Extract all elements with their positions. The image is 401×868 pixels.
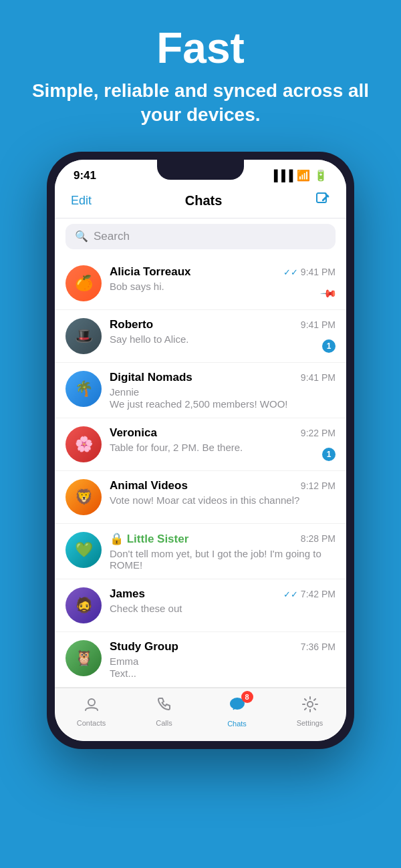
chat-header-sister: 🔒 Little Sister 8:28 PM — [110, 532, 336, 546]
chat-name-study: Study Group — [110, 640, 178, 654]
chat-content-animal: Animal Videos 9:12 PM Vote now! Moar cat… — [110, 479, 336, 506]
chat-name-roberto: Roberto — [110, 318, 153, 331]
contacts-icon — [83, 696, 100, 717]
avatar-roberto: 🎩 — [65, 318, 102, 354]
chat-name-james: James — [110, 587, 145, 601]
chat-content-digital: Digital Nomads 9:41 PM Jennie We just re… — [110, 371, 336, 410]
chat-header-veronica: Veronica 9:22 PM — [110, 426, 336, 440]
avatar-alicia: 🍊 — [65, 265, 102, 301]
chat-item-study[interactable]: 🦉 Study Group 7:36 PM Emma Text... — [55, 632, 346, 688]
chat-header-animal: Animal Videos 9:12 PM — [110, 479, 336, 492]
status-bar: 9:41 ▐▐▐ 📶 🔋 — [55, 160, 346, 186]
phone-frame: 9:41 ▐▐▐ 📶 🔋 Edit Chats — [47, 152, 354, 749]
tab-bar: Contacts Calls — [55, 688, 346, 741]
settings-label: Settings — [297, 719, 323, 727]
chat-item-alicia[interactable]: 🍊 Alicia Torreaux 9:41 PM Bob says hi. 📌 — [55, 257, 346, 310]
chat-preview-james: Check these out — [110, 603, 336, 614]
phone-inner: 9:41 ▐▐▐ 📶 🔋 Edit Chats — [55, 160, 346, 741]
chat-content-james: James 7:42 PM Check these out — [110, 587, 336, 614]
wifi-icon: 📶 — [297, 169, 310, 182]
chat-name-digital: Digital Nomads — [110, 371, 192, 384]
chat-header-james: James 7:42 PM — [110, 587, 336, 601]
chat-preview-veronica: Table for four, 2 PM. Be there. — [110, 442, 336, 453]
chat-header-roberto: Roberto 9:41 PM — [110, 318, 336, 331]
svg-point-1 — [88, 699, 95, 706]
chat-time-alicia: 9:41 PM — [283, 267, 336, 277]
avatar-study: 🦉 — [65, 640, 102, 676]
chat-content-veronica: Veronica 9:22 PM Table for four, 2 PM. B… — [110, 426, 336, 453]
search-placeholder: Search — [94, 230, 130, 243]
chats-badge: 8 — [241, 691, 253, 703]
promo-subtitle: Simple, reliable and synced across all y… — [20, 79, 381, 128]
settings-icon — [301, 696, 319, 717]
phone-container: 9:41 ▐▐▐ 📶 🔋 Edit Chats — [0, 141, 401, 749]
status-time: 9:41 — [74, 169, 96, 182]
chat-sender-digital: Jennie — [110, 386, 336, 398]
notch — [157, 160, 244, 180]
chat-time-veronica: 9:22 PM — [301, 428, 336, 438]
contacts-label: Contacts — [77, 719, 106, 727]
search-container: 🔍 Search — [55, 219, 346, 257]
search-icon: 🔍 — [75, 230, 88, 243]
tab-calls[interactable]: Calls — [128, 696, 200, 727]
tab-chats[interactable]: 8 Chats — [200, 695, 273, 728]
chat-content-study: Study Group 7:36 PM Emma Text... — [110, 640, 336, 679]
svg-point-3 — [307, 702, 313, 707]
chat-item-digital[interactable]: 🌴 Digital Nomads 9:41 PM Jennie We just … — [55, 363, 346, 418]
chat-time-james: 7:42 PM — [283, 589, 336, 599]
nav-title: Chats — [185, 193, 223, 208]
compose-button[interactable] — [315, 192, 330, 210]
chat-name-sister: 🔒 Little Sister — [110, 532, 188, 546]
chat-list: 🍊 Alicia Torreaux 9:41 PM Bob says hi. 📌… — [55, 257, 346, 688]
chat-name-veronica: Veronica — [110, 426, 157, 440]
chat-header-study: Study Group 7:36 PM — [110, 640, 336, 654]
chat-preview-sister: Don't tell mom yet, but I got the job! I… — [110, 548, 336, 571]
chat-preview-digital: We just reached 2,500 members! WOO! — [110, 398, 336, 410]
battery-icon: 🔋 — [314, 169, 327, 182]
chat-time-study: 7:36 PM — [301, 641, 336, 652]
chat-sender-study: Emma — [110, 656, 336, 667]
avatar-sister: 💚 — [65, 532, 102, 568]
calls-icon — [156, 696, 173, 717]
chat-header-digital: Digital Nomads 9:41 PM — [110, 371, 336, 384]
chats-icon: 8 — [228, 695, 247, 718]
chat-preview-animal: Vote now! Moar cat videos in this channe… — [110, 494, 336, 506]
chat-header-alicia: Alicia Torreaux 9:41 PM — [110, 265, 336, 279]
badge-veronica: 1 — [322, 448, 336, 461]
tab-settings[interactable]: Settings — [273, 696, 346, 727]
chat-content-sister: 🔒 Little Sister 8:28 PM Don't tell mom y… — [110, 532, 336, 571]
nav-bar: Edit Chats — [55, 186, 346, 219]
search-bar[interactable]: 🔍 Search — [65, 224, 336, 249]
avatar-digital: 🌴 — [65, 371, 102, 407]
avatar-animal: 🦁 — [65, 479, 102, 515]
chat-preview-alicia: Bob says hi. — [110, 281, 336, 292]
edit-button[interactable]: Edit — [71, 194, 92, 208]
chat-time-digital: 9:41 PM — [301, 372, 336, 383]
chat-time-animal: 9:12 PM — [301, 480, 336, 491]
chat-preview-roberto: Say hello to Alice. — [110, 333, 336, 345]
chat-content-roberto: Roberto 9:41 PM Say hello to Alice. — [110, 318, 336, 345]
badge-roberto: 1 — [322, 339, 336, 353]
chat-item-animal[interactable]: 🦁 Animal Videos 9:12 PM Vote now! Moar c… — [55, 471, 346, 524]
status-icons: ▐▐▐ 📶 🔋 — [270, 169, 327, 182]
promo-title: Fast — [20, 27, 381, 69]
tab-contacts[interactable]: Contacts — [55, 696, 128, 727]
chat-item-james[interactable]: 🧔 James 7:42 PM Check these out — [55, 579, 346, 632]
chat-time-sister: 8:28 PM — [301, 533, 336, 544]
chat-name-animal: Animal Videos — [110, 479, 188, 492]
avatar-james: 🧔 — [65, 587, 102, 623]
signal-icon: ▐▐▐ — [270, 170, 293, 182]
chat-preview-study: Text... — [110, 668, 336, 679]
chat-name-alicia: Alicia Torreaux — [110, 265, 191, 279]
chat-content-alicia: Alicia Torreaux 9:41 PM Bob says hi. — [110, 265, 336, 292]
chat-item-sister[interactable]: 💚 🔒 Little Sister 8:28 PM Don't tell mom… — [55, 524, 346, 579]
chat-item-veronica[interactable]: 🌸 Veronica 9:22 PM Table for four, 2 PM.… — [55, 418, 346, 471]
chats-label: Chats — [227, 720, 247, 728]
chat-time-roberto: 9:41 PM — [301, 319, 336, 330]
avatar-veronica: 🌸 — [65, 426, 102, 462]
chat-item-roberto[interactable]: 🎩 Roberto 9:41 PM Say hello to Alice. 1 — [55, 310, 346, 363]
promo-section: Fast Simple, reliable and synced across … — [0, 0, 401, 141]
calls-label: Calls — [156, 719, 172, 727]
